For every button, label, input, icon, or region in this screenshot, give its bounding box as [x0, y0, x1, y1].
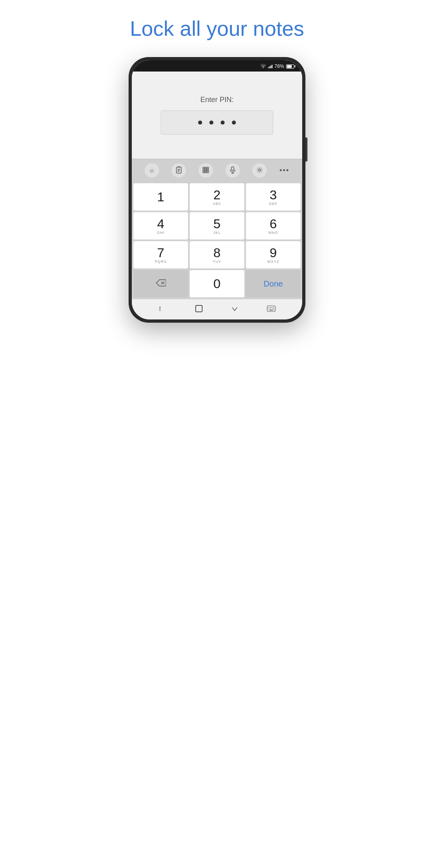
nav-keyboard-icon: [267, 306, 276, 313]
mic-icon: [230, 166, 235, 175]
status-bar: 76%: [132, 60, 302, 72]
nav-bar: [132, 299, 302, 319]
svg-rect-10: [203, 171, 205, 173]
pin-dot-4: [232, 121, 236, 125]
svg-rect-11: [205, 171, 207, 173]
nav-recent-icon: [231, 306, 238, 313]
phone-inner: 76% Enter PIN:: [132, 60, 302, 319]
key-5[interactable]: 5 JKL: [190, 212, 244, 240]
nav-keyboard-button[interactable]: [267, 305, 276, 313]
key-1[interactable]: 1: [133, 183, 188, 211]
svg-rect-6: [207, 167, 209, 169]
battery-percent-text: 76%: [274, 63, 284, 69]
pin-label: Enter PIN:: [200, 96, 233, 104]
clipboard-icon: [176, 166, 182, 175]
clipboard-button[interactable]: [172, 163, 186, 178]
key-0[interactable]: 0: [190, 270, 244, 297]
screen-content: Enter PIN:: [132, 72, 302, 159]
keyboard-toolbar: ☺: [132, 159, 302, 182]
mic-button[interactable]: [225, 163, 240, 178]
emoji-icon: ☺: [149, 167, 154, 174]
nav-home-icon: [195, 305, 203, 312]
key-done[interactable]: Done: [246, 270, 301, 297]
status-icons: 76%: [260, 63, 294, 69]
pin-input-box[interactable]: [161, 111, 273, 135]
battery-icon: [286, 64, 294, 69]
pin-dot-1: [198, 121, 202, 125]
emoji-button[interactable]: ☺: [145, 163, 159, 178]
settings-button[interactable]: [252, 163, 267, 178]
nav-home-button[interactable]: [195, 305, 203, 314]
keypad-button[interactable]: [199, 163, 213, 178]
pin-dot-3: [221, 121, 225, 125]
key-7[interactable]: 7 PQRS: [133, 241, 188, 268]
key-4[interactable]: 4 GHI: [133, 212, 188, 240]
key-3[interactable]: 3 DEF: [246, 183, 301, 211]
svg-rect-4: [203, 167, 205, 169]
numpad: 1 2 ABC 3 DEF 4 GHI 5 JKL: [132, 182, 302, 299]
svg-rect-22: [267, 306, 275, 311]
key-backspace[interactable]: [133, 270, 188, 297]
key-8[interactable]: 8 TUV: [190, 241, 244, 268]
svg-rect-7: [203, 169, 205, 171]
svg-rect-8: [205, 169, 207, 171]
signal-icon: [268, 64, 272, 68]
svg-rect-12: [207, 171, 209, 173]
key-2[interactable]: 2 ABC: [190, 183, 244, 211]
nav-back-icon: [158, 306, 166, 313]
phone-shell: 76% Enter PIN:: [129, 57, 305, 323]
svg-rect-5: [205, 167, 207, 169]
backspace-icon: [156, 279, 166, 289]
nav-recent-button[interactable]: [231, 306, 238, 313]
more-button[interactable]: •••: [279, 166, 289, 175]
svg-rect-9: [207, 169, 209, 171]
gear-icon: [256, 167, 263, 174]
key-9[interactable]: 9 WXYZ: [246, 241, 301, 268]
key-6[interactable]: 6 MNO: [246, 212, 301, 240]
pin-dot-2: [209, 121, 213, 125]
svg-rect-13: [231, 167, 234, 170]
wifi-icon: [260, 64, 266, 69]
nav-back-button[interactable]: [158, 305, 166, 313]
svg-point-16: [259, 169, 261, 171]
page-title: Lock all your notes: [130, 16, 304, 41]
more-icon: •••: [279, 166, 289, 174]
keypad-icon: [203, 167, 209, 174]
page-wrapper: Lock all your notes: [108, 0, 326, 335]
